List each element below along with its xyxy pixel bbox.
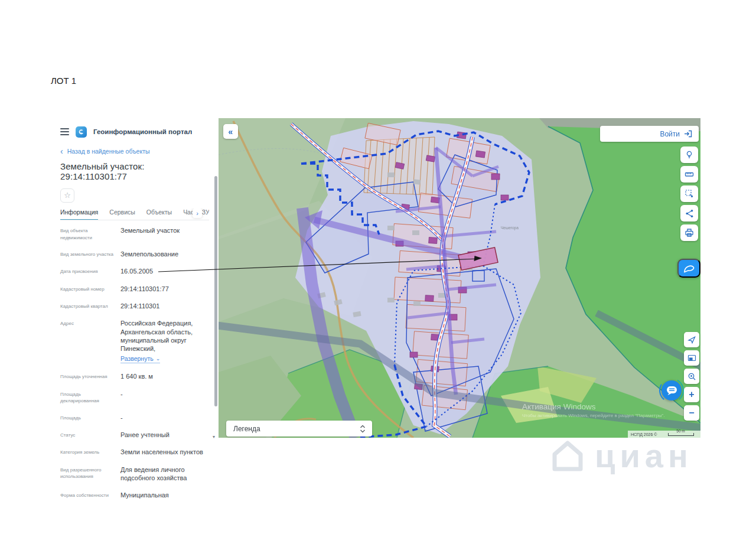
plus-icon: + <box>689 389 694 400</box>
assistant-icon <box>683 263 696 273</box>
share-icon <box>685 209 694 218</box>
measure-button[interactable] <box>680 166 698 183</box>
zoom-area-icon <box>687 372 696 381</box>
back-link[interactable]: ‹ Назад в найденные объекты <box>60 148 209 155</box>
login-icon <box>684 130 692 138</box>
field-row-address: Адрес Российская Федерация, Архангельска… <box>60 314 209 367</box>
chat-button[interactable] <box>658 377 685 404</box>
minimap-icon <box>687 354 696 362</box>
place-label: Чешегора <box>501 226 519 230</box>
map-toolbar-top <box>680 146 698 241</box>
attribution-label: НСПД 2026 © <box>631 432 657 437</box>
legend-label: Легенда <box>233 425 260 433</box>
field-row: Площадь декларированная- <box>60 385 209 409</box>
select-area-icon <box>685 189 694 198</box>
minimap-button[interactable] <box>684 350 699 366</box>
map-toolbar-bottom: + − <box>684 332 699 421</box>
object-title: Земельный участок: 29:14:110301:77 <box>60 161 209 181</box>
field-row: СтатусРанее учтенный <box>60 426 209 443</box>
legend-dropdown[interactable]: Легенда <box>226 421 372 437</box>
chevron-right-icon: › <box>196 210 198 217</box>
tab-information[interactable]: Информация <box>60 209 98 216</box>
map-canvas[interactable]: Чешегора « Войти <box>219 118 700 438</box>
portal-logo-icon[interactable] <box>76 126 87 138</box>
panel-scrollbar[interactable]: ▾ <box>214 171 218 436</box>
map-attribution: НСПД 2026 © 50 m <box>628 431 700 438</box>
tabs-overflow-button[interactable]: › <box>193 209 202 218</box>
object-attributes: Вид объекта недвижимостиЗемельный участо… <box>60 222 209 503</box>
scroll-down-icon[interactable]: ▾ <box>213 434 215 439</box>
chat-bubble-icon <box>666 386 677 396</box>
collapse-icon: « <box>229 127 233 136</box>
cian-watermark-text: циан <box>595 439 693 473</box>
layers-icon <box>685 150 694 159</box>
panel-header: Геоинформационный портал <box>60 125 209 138</box>
field-row: Площадь уточненная1 640 кв. м <box>60 367 209 385</box>
geoportal-app: Геоинформационный портал ‹ Назад в найде… <box>52 118 700 438</box>
print-button[interactable] <box>680 224 698 241</box>
map-render: Чешегора <box>219 118 700 438</box>
select-area-button[interactable] <box>680 185 698 202</box>
field-row: Кадастровый квартал29:14:110301 <box>60 297 209 314</box>
login-label: Войти <box>660 130 680 138</box>
login-button[interactable]: Войти <box>600 126 699 142</box>
print-icon <box>685 228 694 237</box>
expand-address-link[interactable]: Развернуть ⌄ <box>120 355 160 364</box>
field-row: Категория земельЗемли населенных пунктов <box>60 443 209 460</box>
minus-icon: − <box>689 408 694 418</box>
back-link-label: Назад в найденные объекты <box>67 148 150 155</box>
tab-services[interactable]: Сервисы <box>109 209 135 216</box>
zoom-to-area-button[interactable] <box>684 369 699 384</box>
tabs-bar: Информация Сервисы Объекты Части ЗУ Сост… <box>60 209 209 220</box>
field-row: Дата присвоения16.05.2005 <box>60 262 209 279</box>
field-row: Вид разрешенного использованияДля ведени… <box>60 461 209 487</box>
back-chevron-icon: ‹ <box>60 148 63 154</box>
locate-button[interactable] <box>684 332 699 347</box>
share-button[interactable] <box>680 205 698 222</box>
zoom-in-button[interactable]: + <box>684 387 699 402</box>
field-row: Вид объекта недвижимостиЗемельный участо… <box>60 222 209 245</box>
tab-objects[interactable]: Объекты <box>146 209 172 216</box>
updown-icon <box>359 425 366 433</box>
info-panel: Геоинформационный портал ‹ Назад в найде… <box>52 118 219 438</box>
collapse-panel-button[interactable]: « <box>223 124 238 139</box>
field-row: Форма собственностиМуниципальная <box>60 486 209 503</box>
cian-watermark: циан <box>551 439 693 473</box>
favorite-button[interactable]: ☆ <box>60 188 74 203</box>
location-arrow-icon <box>687 336 696 344</box>
cian-house-icon <box>551 439 584 473</box>
scale-bar: 50 m <box>668 433 694 436</box>
field-row: Вид земельного участкаЗемлепользование <box>60 245 209 262</box>
star-icon: ☆ <box>64 191 71 200</box>
portal-title: Геоинформационный портал <box>93 128 192 135</box>
scale-label: 50 m <box>669 429 693 433</box>
scrollbar-thumb[interactable] <box>214 176 217 406</box>
field-row: Площадь- <box>60 409 209 426</box>
field-row-cadastral-number: Кадастровый номер29:14:110301:77 <box>60 280 209 297</box>
chevron-down-icon: ⌄ <box>156 356 161 363</box>
layers-button[interactable] <box>680 146 698 163</box>
lot-title: ЛОТ 1 <box>51 76 76 86</box>
ruler-icon <box>685 170 694 179</box>
menu-icon[interactable] <box>60 128 69 135</box>
assistant-button[interactable] <box>677 259 700 278</box>
zoom-out-button[interactable]: − <box>684 405 699 421</box>
